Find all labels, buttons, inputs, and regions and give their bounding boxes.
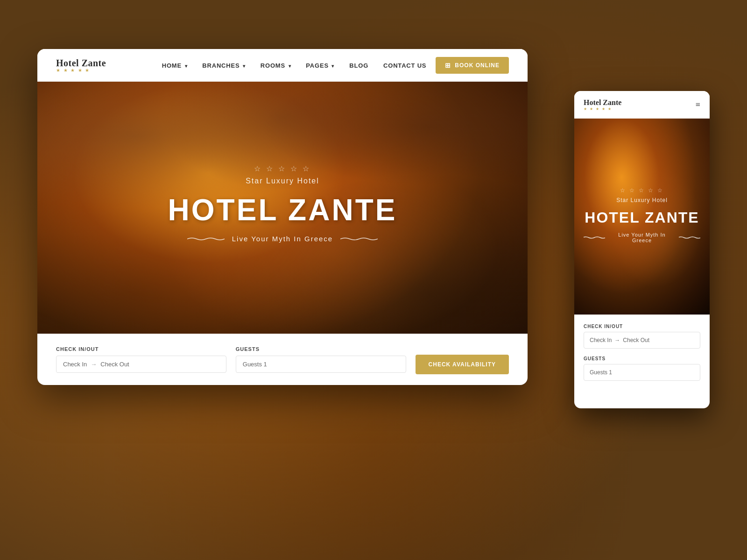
mobile-hero: ☆ ☆ ☆ ☆ ☆ Star Luxury Hotel HOTEL ZANTE … xyxy=(574,119,710,315)
mobile-wave-left-icon xyxy=(584,236,605,239)
desktop-mockup: Hotel Zante ★ ★ ★ ★ ★ HOME ▾ BRANCHES ▾ … xyxy=(37,49,528,385)
wave-right-icon xyxy=(340,237,378,241)
canvas-wrapper: Hotel Zante ★ ★ ★ ★ ★ HOME ▾ BRANCHES ▾ … xyxy=(37,35,710,525)
mobile-checkin-label: Check In/Out xyxy=(584,324,700,329)
checkin-arrow-icon: → xyxy=(91,361,97,368)
mobile-hero-divider: Live Your Myth In Greece xyxy=(584,232,700,243)
desktop-hero-tagline: Live Your Myth In Greece xyxy=(232,235,333,243)
check-availability-button[interactable]: CHECK AVAILABILITY xyxy=(416,355,509,374)
desktop-checkin-input[interactable]: Check In → Check Out xyxy=(56,356,226,373)
desktop-guests-label: Guests xyxy=(236,346,406,352)
nav-link-blog[interactable]: BLOG xyxy=(349,62,368,69)
nav-dropdown-arrow-rooms: ▾ xyxy=(287,63,291,69)
mobile-wave-right-icon xyxy=(679,236,700,239)
desktop-hero-title: HOTEL ZANTE xyxy=(168,193,397,227)
desktop-guests-field: Guests Guests 1 xyxy=(236,346,406,373)
mobile-logo-stars: ★ ★ ★ ★ ★ xyxy=(584,107,621,111)
desktop-checkin-field: Check In/Out Check In → Check Out xyxy=(56,346,226,373)
desktop-logo-name: Hotel Zante xyxy=(56,58,106,69)
mobile-guests-field: Guests Guests 1 xyxy=(584,356,700,381)
mobile-hero-content: ☆ ☆ ☆ ☆ ☆ Star Luxury Hotel HOTEL ZANTE … xyxy=(574,119,710,315)
desktop-navbar: Hotel Zante ★ ★ ★ ★ ★ HOME ▾ BRANCHES ▾ … xyxy=(37,49,528,82)
book-icon: ⊞ xyxy=(445,62,451,69)
mobile-hero-title: HOTEL ZANTE xyxy=(585,209,699,226)
wave-left-icon xyxy=(187,237,225,241)
mobile-logo: Hotel Zante ★ ★ ★ ★ ★ xyxy=(584,98,621,111)
nav-item-contact[interactable]: CONTACT US xyxy=(383,61,426,70)
book-online-button[interactable]: ⊞ BOOK ONLINE xyxy=(436,57,509,74)
mobile-logo-name: Hotel Zante xyxy=(584,98,621,107)
mobile-guests-label: Guests xyxy=(584,356,700,361)
nav-item-home[interactable]: HOME ▾ xyxy=(162,61,188,70)
desktop-booking-bar: Check In/Out Check In → Check Out Guests… xyxy=(37,334,528,385)
nav-dropdown-arrow-pages: ▾ xyxy=(330,63,334,69)
desktop-hero-divider: Live Your Myth In Greece xyxy=(187,235,378,243)
nav-link-branches[interactable]: BRANCHES ▾ xyxy=(202,62,245,69)
desktop-nav-links: HOME ▾ BRANCHES ▾ ROOMS ▾ PAGES ▾ xyxy=(162,61,427,70)
nav-dropdown-arrow-branches: ▾ xyxy=(241,63,245,69)
nav-item-blog[interactable]: BLOG xyxy=(349,61,368,70)
mobile-checkin-input[interactable]: Check In → Check Out xyxy=(584,332,700,349)
mobile-checkin-field: Check In/Out Check In → Check Out xyxy=(584,324,700,349)
nav-link-rooms[interactable]: ROOMS ▾ xyxy=(261,62,291,69)
mobile-mockup: Hotel Zante ★ ★ ★ ★ ★ ≡ ☆ ☆ ☆ ☆ ☆ Star L… xyxy=(574,91,710,408)
desktop-checkin-label: Check In/Out xyxy=(56,346,226,352)
nav-item-rooms[interactable]: ROOMS ▾ xyxy=(261,61,291,70)
hamburger-menu-icon[interactable]: ≡ xyxy=(696,100,700,110)
desktop-hero: ☆ ☆ ☆ ☆ ☆ Star Luxury Hotel HOTEL ZANTE … xyxy=(37,82,528,385)
nav-link-home[interactable]: HOME ▾ xyxy=(162,62,188,69)
mobile-checkin-arrow-icon: → xyxy=(614,337,620,343)
nav-item-branches[interactable]: BRANCHES ▾ xyxy=(202,61,245,70)
nav-item-pages[interactable]: PAGES ▾ xyxy=(306,61,334,70)
nav-dropdown-arrow-home: ▾ xyxy=(183,63,187,69)
desktop-guests-input[interactable]: Guests 1 xyxy=(236,356,406,373)
nav-link-pages[interactable]: PAGES ▾ xyxy=(306,62,334,69)
mobile-guests-input[interactable]: Guests 1 xyxy=(584,364,700,381)
desktop-hero-subtitle: Star Luxury Hotel xyxy=(246,177,319,185)
mobile-hero-subtitle: Star Luxury Hotel xyxy=(616,197,668,203)
desktop-hero-stars: ☆ ☆ ☆ ☆ ☆ xyxy=(254,164,311,173)
mobile-hero-stars: ☆ ☆ ☆ ☆ ☆ xyxy=(620,187,664,194)
desktop-logo: Hotel Zante ★ ★ ★ ★ ★ xyxy=(56,58,106,73)
nav-link-contact[interactable]: CONTACT US xyxy=(383,62,426,69)
mobile-booking-panel: Check In/Out Check In → Check Out Guests… xyxy=(574,315,710,398)
mobile-navbar: Hotel Zante ★ ★ ★ ★ ★ ≡ xyxy=(574,91,710,119)
desktop-logo-stars: ★ ★ ★ ★ ★ xyxy=(56,68,106,73)
mobile-hero-tagline: Live Your Myth In Greece xyxy=(610,232,674,243)
